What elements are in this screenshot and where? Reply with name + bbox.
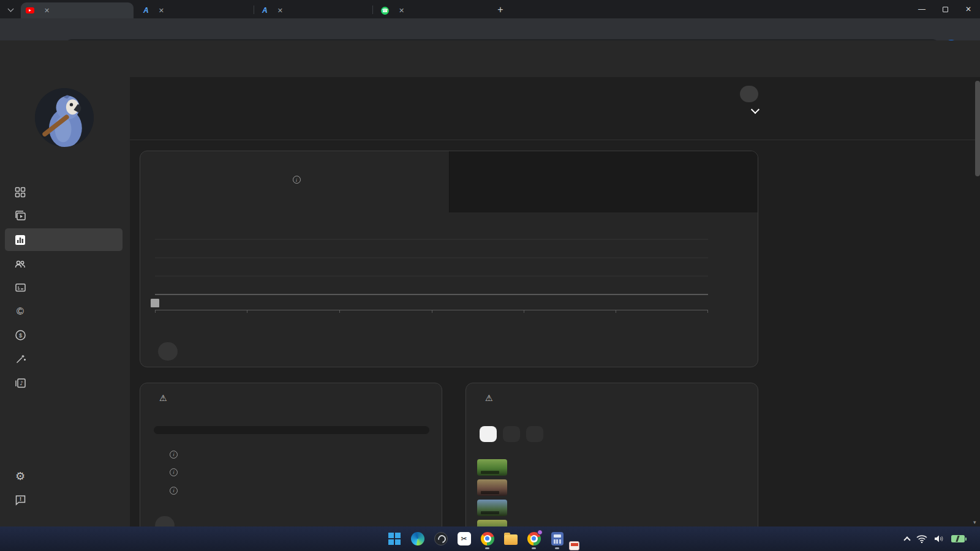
warning-icon[interactable]: ⚠ xyxy=(485,393,493,403)
sidebar-item-comunidade[interactable] xyxy=(0,252,130,276)
chrome-icon[interactable] xyxy=(480,531,495,546)
metric-inscritos[interactable] xyxy=(449,151,758,212)
window-close-button[interactable]: ✕ xyxy=(957,0,980,18)
profile-badge xyxy=(537,530,543,535)
capcut-icon[interactable]: ✂ xyxy=(456,531,472,546)
video-thumbnail xyxy=(477,459,507,476)
content-icon xyxy=(14,210,26,222)
monetization-icon: $ xyxy=(14,329,26,342)
scrollbar-down-arrow[interactable]: ▾ xyxy=(973,519,976,525)
date-range-selector[interactable] xyxy=(744,109,758,113)
copyright-icon: © xyxy=(14,305,26,318)
obs-icon[interactable] xyxy=(433,531,448,546)
info-icon[interactable]: i xyxy=(293,176,301,184)
windows-taskbar: ✂ xyxy=(0,527,980,551)
browser-tab-4[interactable]: ☎ ✕ xyxy=(376,2,489,18)
warning-icon[interactable]: ⚠ xyxy=(159,393,167,403)
browser-tab-1[interactable]: ✕ xyxy=(21,2,134,18)
close-tab-icon[interactable]: ✕ xyxy=(42,6,52,15)
community-icon xyxy=(14,258,26,270)
sidebar-item-deteccao-de-conteudo[interactable]: © xyxy=(0,299,130,323)
x-axis-labels xyxy=(155,315,708,323)
video-row-2[interactable] xyxy=(466,479,758,496)
wifi-icon[interactable] xyxy=(916,534,927,543)
info-icon[interactable]: i xyxy=(170,468,178,476)
sidebar-item-personalizacao[interactable] xyxy=(0,347,130,371)
dashboard-icon xyxy=(14,186,26,198)
info-icon[interactable]: i xyxy=(170,451,178,459)
chrome-profile2-icon[interactable] xyxy=(526,531,541,546)
youtube-favicon xyxy=(26,7,34,13)
chip-casual[interactable] xyxy=(503,426,520,442)
sidebar-nav: © $ ♪ xyxy=(0,180,130,395)
settings-gear-icon: ⚙ xyxy=(14,470,26,482)
event-marker[interactable] xyxy=(151,299,159,307)
sidebar-item-ganhos[interactable]: $ xyxy=(0,323,130,347)
video-thumbnail xyxy=(477,500,507,516)
browser-tab-3[interactable]: A ✕ xyxy=(257,2,370,18)
video-row-3[interactable] xyxy=(466,499,758,516)
audio-library-icon: ♪ xyxy=(14,377,26,389)
tray-overflow-icon[interactable] xyxy=(903,536,910,543)
x-axis xyxy=(155,310,708,313)
customization-wand-icon xyxy=(14,353,26,365)
sidebar-item-painel[interactable] xyxy=(0,180,130,204)
close-tab-icon[interactable]: ✕ xyxy=(156,6,167,15)
sidebar-item-biblioteca-de-audio[interactable]: ♪ xyxy=(0,371,130,395)
close-tab-icon[interactable]: ✕ xyxy=(396,6,407,15)
battery-charging-icon[interactable] xyxy=(951,535,965,542)
browser-tab-2[interactable]: A ✕ xyxy=(138,2,251,18)
popular-audiences-card: ⚠ xyxy=(466,383,758,551)
edge-icon[interactable] xyxy=(410,531,425,546)
legend-row-espectadores-recorrentes[interactable]: i xyxy=(140,482,442,499)
chart-event-markers xyxy=(155,299,708,307)
video-thumbnail xyxy=(477,479,507,496)
start-button-icon[interactable] xyxy=(386,531,402,546)
file-explorer-icon[interactable] xyxy=(503,531,518,546)
legend-row-novos-espectadores[interactable]: i xyxy=(140,446,442,463)
legend-dot xyxy=(154,489,158,493)
sidebar-item-analytics[interactable] xyxy=(0,228,130,252)
studio-header: ? xyxy=(0,40,980,77)
restore-icon xyxy=(943,7,948,12)
video-row-1[interactable] xyxy=(466,459,758,476)
new-tab-button[interactable]: + xyxy=(494,3,507,17)
info-icon[interactable]: i xyxy=(170,487,178,495)
chip-normal[interactable] xyxy=(526,426,543,442)
sidebar-item-enviar-feedback[interactable]: ! xyxy=(0,488,130,512)
behavior-stacked-bar xyxy=(154,426,429,434)
sidebar-item-configuracoes[interactable]: ⚙ xyxy=(0,464,130,488)
tab-divider xyxy=(372,6,373,14)
letter-a-favicon: A xyxy=(262,6,268,15)
whatsapp-favicon: ☎ xyxy=(381,7,389,15)
window-maximize-button[interactable] xyxy=(933,0,957,18)
tabs-divider xyxy=(130,140,980,140)
see-more-button[interactable] xyxy=(158,342,178,361)
legend-row-espectadores-casuais[interactable]: i xyxy=(140,463,442,481)
calculator-icon[interactable] xyxy=(549,531,565,546)
chevron-down-icon xyxy=(751,105,760,114)
audience-line-chart[interactable] xyxy=(155,234,708,297)
viewing-behavior-card: ⚠ i i i xyxy=(140,383,442,551)
channel-avatar[interactable] xyxy=(35,88,94,147)
legend-dot xyxy=(154,452,158,457)
letter-a-favicon: A xyxy=(143,6,149,15)
sidebar-item-conteudo[interactable] xyxy=(0,204,130,228)
analytics-icon xyxy=(14,234,26,246)
page-scrollbar[interactable] xyxy=(975,81,980,176)
close-tab-icon[interactable]: ✕ xyxy=(275,6,285,15)
tab-search-button[interactable] xyxy=(5,4,16,15)
sidebar-item-legendas[interactable] xyxy=(0,276,130,299)
svg-text:♪: ♪ xyxy=(20,380,23,386)
audience-chart-card: i xyxy=(140,151,758,367)
legend-dot xyxy=(154,470,158,474)
chip-novidade[interactable] xyxy=(480,426,497,442)
volume-icon[interactable] xyxy=(934,534,944,543)
window-minimize-button[interactable]: — xyxy=(910,0,933,18)
sidebar-footer: ⚙ ! xyxy=(0,464,130,512)
metric-publico-mensal[interactable]: i xyxy=(140,151,449,212)
media-player-mini-icon[interactable] xyxy=(569,541,579,550)
svg-text:!: ! xyxy=(20,496,21,502)
advanced-mode-button[interactable] xyxy=(740,86,758,102)
main-content: i xyxy=(130,77,980,527)
